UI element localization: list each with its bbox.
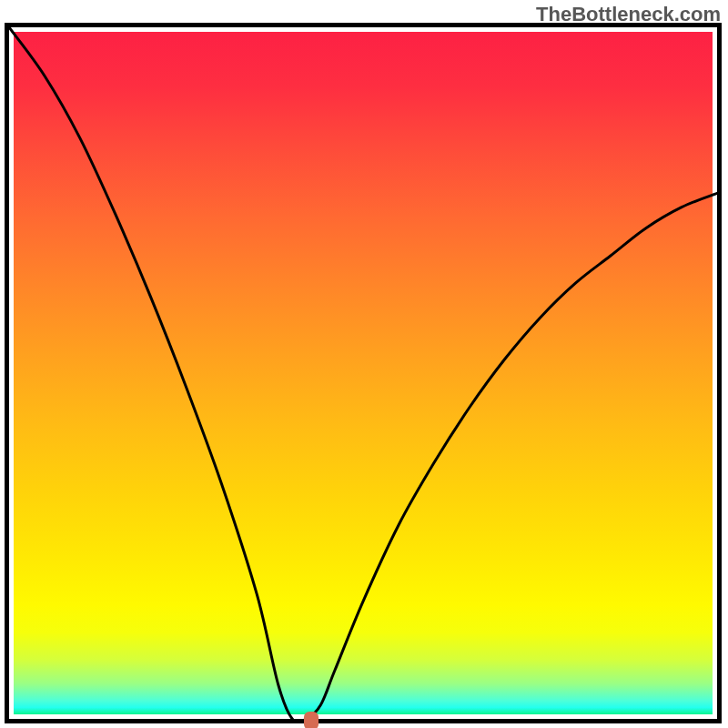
chart-background-gradient [14, 32, 713, 714]
chart-frame [5, 23, 722, 723]
minimum-marker [304, 712, 318, 728]
chart-container: TheBottleneck.com [0, 0, 728, 728]
